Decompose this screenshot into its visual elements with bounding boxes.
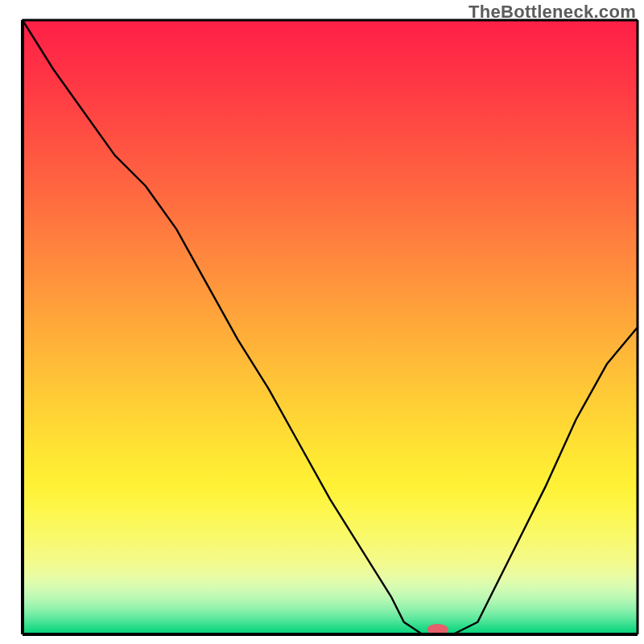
bottleneck-chart: TheBottleneck.com bbox=[0, 0, 644, 644]
chart-canvas bbox=[0, 0, 644, 644]
plot-area bbox=[23, 20, 638, 635]
watermark-text: TheBottleneck.com bbox=[469, 2, 636, 23]
gradient-background bbox=[23, 20, 638, 634]
